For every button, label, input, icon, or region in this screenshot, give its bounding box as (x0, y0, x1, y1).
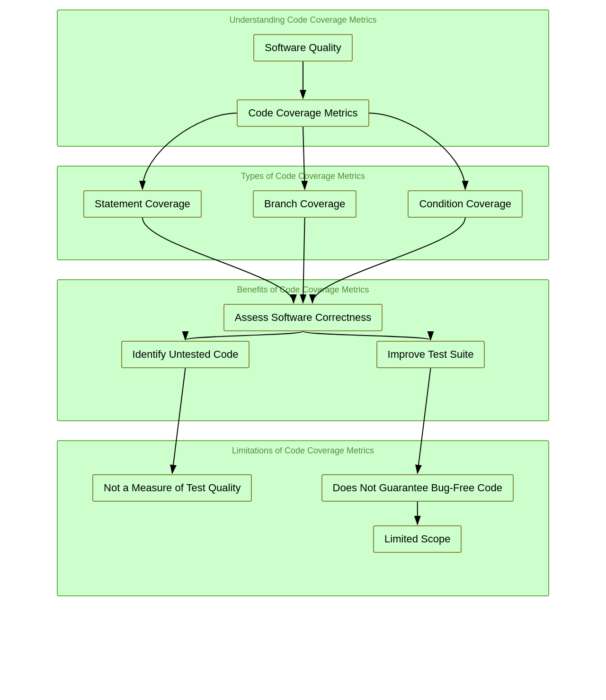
section-types: Types of Code Coverage Metrics Statement… (57, 166, 549, 260)
section-limitations: Limitations of Code Coverage Metrics Not… (57, 440, 549, 596)
node-identify: Identify Untested Code (121, 341, 250, 368)
section2-label: Types of Code Coverage Metrics (241, 171, 365, 181)
section3-label: Benefits of Code Coverage Metrics (237, 285, 369, 295)
node-statement-coverage: Statement Coverage (83, 190, 202, 218)
node-not-measure: Not a Measure of Test Quality (92, 474, 252, 502)
node-limited-scope: Limited Scope (373, 525, 462, 553)
node-does-not-guarantee: Does Not Guarantee Bug-Free Code (321, 474, 514, 502)
section1-label: Understanding Code Coverage Metrics (229, 15, 376, 25)
section-understanding: Understanding Code Coverage Metrics Soft… (57, 9, 549, 147)
node-improve: Improve Test Suite (376, 341, 485, 368)
node-code-coverage-metrics: Code Coverage Metrics (237, 99, 369, 127)
section-benefits: Benefits of Code Coverage Metrics Assess… (57, 279, 549, 421)
node-branch-coverage: Branch Coverage (253, 190, 356, 218)
diagram-container: Understanding Code Coverage Metrics Soft… (57, 9, 549, 596)
node-assess: Assess Software Correctness (223, 304, 383, 331)
node-software-quality: Software Quality (253, 34, 352, 62)
node-condition-coverage: Condition Coverage (408, 190, 522, 218)
section4-label: Limitations of Code Coverage Metrics (232, 446, 374, 456)
